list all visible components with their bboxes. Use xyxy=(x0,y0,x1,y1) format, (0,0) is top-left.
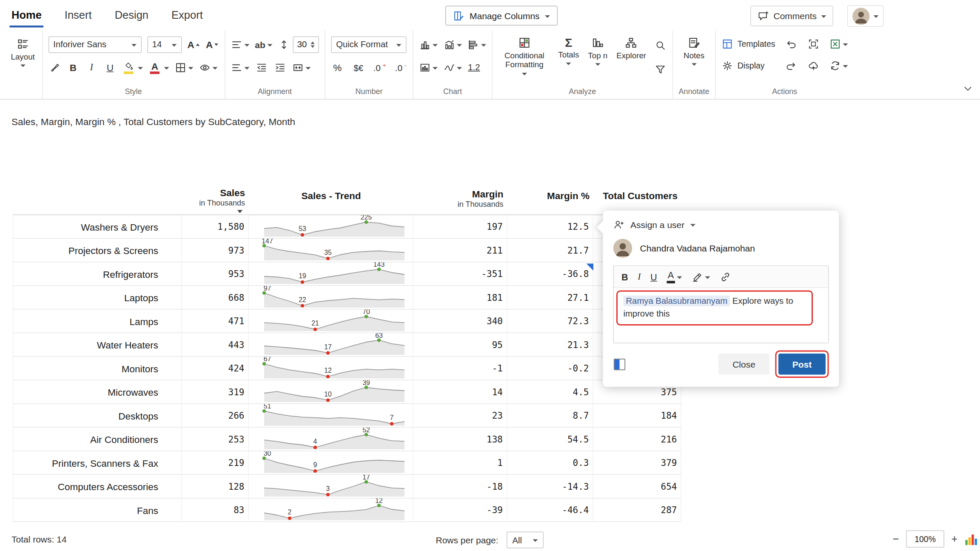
table-row[interactable]: Water Heaters 443 1763 95 21.3 xyxy=(13,333,681,357)
decrease-decimal-button[interactable]: .0- xyxy=(394,60,407,76)
sparkline-button[interactable] xyxy=(443,60,462,76)
cell-sales-trend[interactable]: 1039 xyxy=(249,380,413,403)
cell-margin[interactable]: -18 xyxy=(413,475,507,498)
currency-format-button[interactable]: $€ xyxy=(352,60,365,76)
cell-margin[interactable]: 340 xyxy=(413,310,507,333)
font-color-button[interactable]: A xyxy=(667,270,682,283)
cell-sales[interactable]: 668 xyxy=(182,286,249,309)
cell-total-customers[interactable]: 216 xyxy=(593,428,681,451)
increase-font-button[interactable]: A xyxy=(187,37,200,53)
chevron-down-icon[interactable] xyxy=(164,67,169,69)
undo-button[interactable] xyxy=(785,36,798,52)
cell-sales-trend[interactable]: 2297 xyxy=(249,286,413,309)
table-row[interactable]: Microwaves 319 1039 14 4.5 375 xyxy=(13,380,681,404)
cell-sales-trend[interactable]: 212 xyxy=(249,499,413,522)
cell-margin-pct[interactable]: -0.2 xyxy=(507,357,594,380)
publish-button[interactable] xyxy=(807,57,820,74)
assign-user-button[interactable]: Assign a user xyxy=(613,219,695,231)
cell-margin-pct[interactable]: 72.3 xyxy=(507,310,594,333)
percent-format-button[interactable]: % xyxy=(331,60,344,76)
cell-margin-pct[interactable]: -14.3 xyxy=(507,475,594,498)
tab-insert[interactable]: Insert xyxy=(65,0,92,31)
resize-button[interactable] xyxy=(807,36,820,52)
vertical-align-button[interactable] xyxy=(231,37,249,53)
rows-per-page-select[interactable]: All xyxy=(507,532,544,548)
zoom-out-button[interactable]: − xyxy=(893,534,899,545)
cell-margin-pct[interactable]: 21.3 xyxy=(507,333,594,356)
cell-sales[interactable]: 471 xyxy=(182,310,249,333)
notes-button[interactable]: Notes xyxy=(679,36,709,67)
top-n-button[interactable]: Top n xyxy=(587,36,609,67)
conditional-formatting-button[interactable]: Conditional Formatting xyxy=(498,36,550,76)
combo-chart-button[interactable] xyxy=(443,37,462,53)
cell-sales[interactable]: 953 xyxy=(182,263,249,285)
tab-export[interactable]: Export xyxy=(171,0,203,31)
col-header-total-customers[interactable]: Total Customers xyxy=(593,190,681,213)
cell-chart-button[interactable] xyxy=(419,60,438,76)
tab-design[interactable]: Design xyxy=(115,0,148,31)
sync-button[interactable] xyxy=(829,57,848,74)
explorer-button[interactable]: Explorer xyxy=(615,36,647,61)
cell-margin[interactable]: -39 xyxy=(413,499,507,522)
cell-sales-trend[interactable]: 452 xyxy=(249,428,413,451)
cell-sales[interactable]: 83 xyxy=(182,499,249,522)
templates-button[interactable]: Templates xyxy=(721,38,775,49)
cell-sales-trend[interactable]: 317 xyxy=(249,475,413,498)
row-height-control[interactable]: 30 xyxy=(278,36,319,53)
export-excel-button[interactable] xyxy=(829,36,848,52)
panel-view-button[interactable] xyxy=(613,356,626,372)
cell-sales[interactable]: 443 xyxy=(182,333,249,356)
stepper-down-icon[interactable] xyxy=(311,45,314,48)
underline-button[interactable]: U xyxy=(650,271,657,282)
cell-total-customers[interactable]: 184 xyxy=(593,404,681,427)
underline-button[interactable]: U xyxy=(104,60,117,76)
decrease-indent-button[interactable] xyxy=(255,60,268,76)
cell-margin[interactable]: 181 xyxy=(413,286,507,309)
cell-sales-trend[interactable]: 2170 xyxy=(249,310,413,333)
cell-margin[interactable]: 211 xyxy=(413,239,507,262)
borders-button[interactable] xyxy=(174,60,193,76)
search-button[interactable] xyxy=(654,37,667,53)
cell-margin-pct[interactable]: 4.5 xyxy=(507,380,594,403)
horizontal-align-button[interactable] xyxy=(231,60,249,76)
decrease-font-button[interactable]: A xyxy=(206,37,219,53)
manage-columns-button[interactable]: Manage Columns xyxy=(445,6,558,26)
hbar-chart-button[interactable] xyxy=(467,37,486,53)
stepper-up-icon[interactable] xyxy=(311,41,314,44)
table-row[interactable]: Desktops 266 751 23 8.7 184 xyxy=(13,404,681,428)
cell-sales[interactable]: 253 xyxy=(182,428,249,451)
cell-sales-trend[interactable]: 751 xyxy=(249,404,413,427)
table-row[interactable]: Fans 83 212 -39 -46.4 287 xyxy=(13,499,681,522)
italic-button[interactable]: I xyxy=(85,60,98,76)
cell-sales-trend[interactable]: 35147 xyxy=(249,239,413,262)
cell-margin[interactable]: 14 xyxy=(413,380,507,403)
table-row[interactable]: Monitors 424 1267 -1 -0.2 xyxy=(13,357,681,381)
visibility-button[interactable] xyxy=(199,60,217,76)
bold-button[interactable]: B xyxy=(621,271,628,282)
table-row[interactable]: Printers, Scanners & Fax 219 930 1 0.3 3… xyxy=(13,451,681,475)
collapse-ribbon-button[interactable] xyxy=(961,84,975,96)
chart-type-button[interactable] xyxy=(419,37,438,53)
layout-button[interactable]: Layout xyxy=(10,37,36,68)
post-button[interactable]: Post xyxy=(778,354,826,375)
chevron-down-icon[interactable] xyxy=(137,67,142,69)
bold-button[interactable]: B xyxy=(67,60,80,76)
font-family-select[interactable]: Inforiver Sans xyxy=(48,36,141,53)
cell-sales[interactable]: 319 xyxy=(182,380,249,403)
highlight-button[interactable] xyxy=(692,271,710,283)
cell-sales-trend[interactable]: 19143 xyxy=(249,263,413,285)
col-header-sales-trend[interactable]: Sales - Trend xyxy=(249,190,413,213)
filter-button[interactable] xyxy=(654,61,667,77)
cell-margin[interactable]: -351 xyxy=(413,263,507,285)
font-size-select[interactable]: 14 xyxy=(147,36,182,53)
col-header-sales[interactable]: Sales in Thousands xyxy=(182,187,249,214)
fill-color-button[interactable] xyxy=(122,60,135,76)
quick-format-select[interactable]: Quick Format xyxy=(331,36,406,53)
increase-indent-button[interactable] xyxy=(273,60,286,76)
cell-sales-trend[interactable]: 930 xyxy=(249,451,413,474)
cell-margin-pct[interactable]: 12.5 xyxy=(507,215,594,238)
comment-input[interactable]: Ramya Balasubramanyam Explore ways to im… xyxy=(614,288,828,343)
user-mention-chip[interactable]: Ramya Balasubramanyam xyxy=(624,296,730,307)
chart-precision-button[interactable]: 1.2 xyxy=(467,60,480,76)
cell-total-customers[interactable]: 654 xyxy=(593,475,681,498)
